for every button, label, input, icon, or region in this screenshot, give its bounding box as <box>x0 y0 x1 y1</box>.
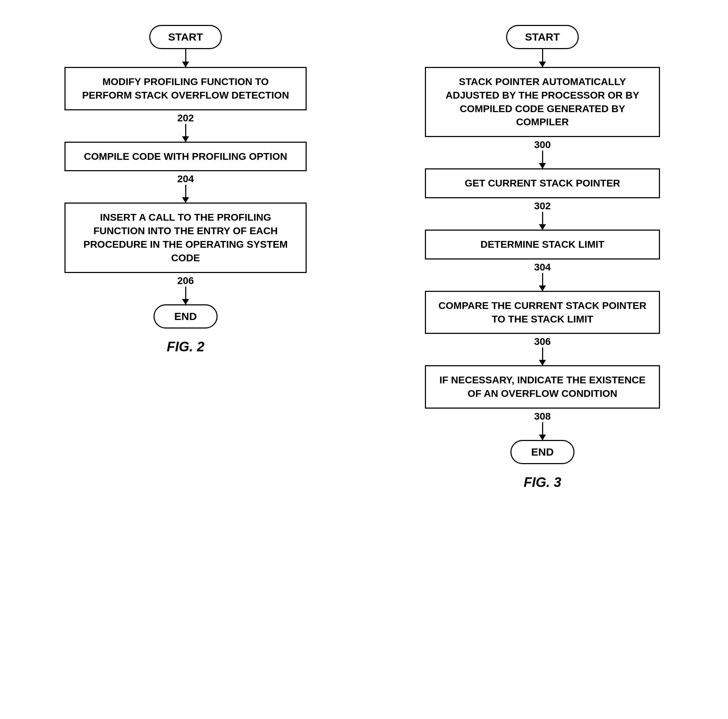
fig3-step-300-text: STACK POINTER AUTOMATICALLY ADJUSTED BY … <box>425 67 660 137</box>
fig2-step-202-num: 202 <box>177 113 194 124</box>
fig3-arrow-3 <box>542 212 543 230</box>
fig3-arrow-4 <box>542 273 543 291</box>
fig3-arrow-5 <box>542 347 543 365</box>
fig3-arrow-2 <box>542 151 543 168</box>
fig3-step-308-num: 308 <box>534 411 551 422</box>
fig3-step-300-num: 300 <box>534 139 551 151</box>
fig3-step-304-text: DETERMINE STACK LIMIT <box>425 230 660 260</box>
fig3-arrow-6 <box>542 422 543 440</box>
fig2-step-204-text: COMPILE CODE WITH PROFILING OPTION <box>64 142 307 172</box>
fig2-start: START <box>149 25 222 49</box>
fig3-end: END <box>510 440 575 464</box>
fig3-start: START <box>506 25 579 49</box>
fig3-step-306-num: 306 <box>534 336 551 347</box>
fig2-label: FIG. 2 <box>167 339 205 354</box>
fig2-diagram: START MODIFY PROFILING FUNCTION TO PERFO… <box>21 14 350 705</box>
fig2-arrow-1 <box>185 49 186 67</box>
fig2-step-204: COMPILE CODE WITH PROFILING OPTION 204 <box>64 142 307 185</box>
fig3-step-300: STACK POINTER AUTOMATICALLY ADJUSTED BY … <box>425 67 660 151</box>
fig2-step-206-num: 206 <box>177 275 194 287</box>
fig2-arrow-4 <box>185 287 186 304</box>
fig3-step-308: IF NECESSARY, INDICATE THE EXISTENCE OF … <box>425 365 660 422</box>
fig3-step-304: DETERMINE STACK LIMIT 304 <box>425 230 660 273</box>
fig2-step-202: MODIFY PROFILING FUNCTION TO PERFORM STA… <box>64 67 307 124</box>
fig2-step-204-num: 204 <box>177 173 194 185</box>
fig3-step-302: GET CURRENT STACK POINTER 302 <box>425 168 660 212</box>
fig3-step-308-text: IF NECESSARY, INDICATE THE EXISTENCE OF … <box>425 365 660 409</box>
fig3-step-306-text: COMPARE THE CURRENT STACK POINTER TO THE… <box>425 291 660 334</box>
fig2-step-206: INSERT A CALL TO THE PROFILING FUNCTION … <box>64 203 307 286</box>
fig2-step-206-text: INSERT A CALL TO THE PROFILING FUNCTION … <box>64 203 307 273</box>
fig2-arrow-3 <box>185 185 186 203</box>
fig2-step-202-text: MODIFY PROFILING FUNCTION TO PERFORM STA… <box>64 67 307 110</box>
fig3-step-302-num: 302 <box>534 200 551 212</box>
fig3-step-304-num: 304 <box>534 262 551 273</box>
fig3-diagram: START STACK POINTER AUTOMATICALLY ADJUST… <box>378 14 707 705</box>
fig3-label: FIG. 3 <box>523 475 561 490</box>
fig2-arrow-2 <box>185 124 186 142</box>
fig3-step-306: COMPARE THE CURRENT STACK POINTER TO THE… <box>425 291 660 348</box>
page: START MODIFY PROFILING FUNCTION TO PERFO… <box>0 0 728 719</box>
fig2-end: END <box>153 304 218 328</box>
fig3-step-302-text: GET CURRENT STACK POINTER <box>425 168 660 198</box>
fig3-arrow-1 <box>542 49 543 67</box>
